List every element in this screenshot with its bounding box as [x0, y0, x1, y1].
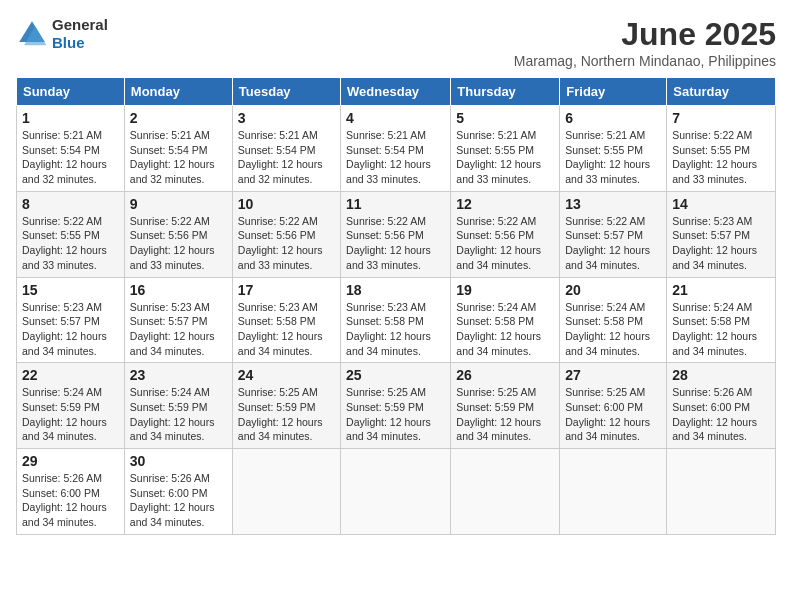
day-info: Sunrise: 5:24 AM Sunset: 5:58 PM Dayligh… [456, 300, 554, 359]
table-row: 15 Sunrise: 5:23 AM Sunset: 5:57 PM Dayl… [17, 277, 125, 363]
day-number: 25 [346, 367, 445, 383]
day-number: 17 [238, 282, 335, 298]
day-info: Sunrise: 5:22 AM Sunset: 5:55 PM Dayligh… [22, 214, 119, 273]
day-number: 11 [346, 196, 445, 212]
day-number: 22 [22, 367, 119, 383]
logo-general: General [52, 16, 108, 33]
table-row: 21 Sunrise: 5:24 AM Sunset: 5:58 PM Dayl… [667, 277, 776, 363]
table-row: 16 Sunrise: 5:23 AM Sunset: 5:57 PM Dayl… [124, 277, 232, 363]
day-info: Sunrise: 5:22 AM Sunset: 5:57 PM Dayligh… [565, 214, 661, 273]
day-number: 19 [456, 282, 554, 298]
day-number: 30 [130, 453, 227, 469]
day-number: 14 [672, 196, 770, 212]
table-row: 25 Sunrise: 5:25 AM Sunset: 5:59 PM Dayl… [341, 363, 451, 449]
table-row: 19 Sunrise: 5:24 AM Sunset: 5:58 PM Dayl… [451, 277, 560, 363]
table-row: 29 Sunrise: 5:26 AM Sunset: 6:00 PM Dayl… [17, 449, 125, 535]
table-row: 3 Sunrise: 5:21 AM Sunset: 5:54 PM Dayli… [232, 106, 340, 192]
table-row: 18 Sunrise: 5:23 AM Sunset: 5:58 PM Dayl… [341, 277, 451, 363]
day-info: Sunrise: 5:21 AM Sunset: 5:55 PM Dayligh… [565, 128, 661, 187]
table-row: 30 Sunrise: 5:26 AM Sunset: 6:00 PM Dayl… [124, 449, 232, 535]
subtitle: Maramag, Northern Mindanao, Philippines [514, 53, 776, 69]
day-info: Sunrise: 5:22 AM Sunset: 5:55 PM Dayligh… [672, 128, 770, 187]
day-info: Sunrise: 5:23 AM Sunset: 5:58 PM Dayligh… [238, 300, 335, 359]
day-info: Sunrise: 5:21 AM Sunset: 5:54 PM Dayligh… [22, 128, 119, 187]
day-number: 7 [672, 110, 770, 126]
day-info: Sunrise: 5:25 AM Sunset: 5:59 PM Dayligh… [346, 385, 445, 444]
table-row: 13 Sunrise: 5:22 AM Sunset: 5:57 PM Dayl… [560, 191, 667, 277]
page-header: General Blue June 2025 Maramag, Northern… [16, 16, 776, 69]
table-row: 12 Sunrise: 5:22 AM Sunset: 5:56 PM Dayl… [451, 191, 560, 277]
logo: General Blue [16, 16, 108, 52]
table-row [341, 449, 451, 535]
table-row: 7 Sunrise: 5:22 AM Sunset: 5:55 PM Dayli… [667, 106, 776, 192]
day-info: Sunrise: 5:26 AM Sunset: 6:00 PM Dayligh… [672, 385, 770, 444]
day-number: 5 [456, 110, 554, 126]
day-number: 24 [238, 367, 335, 383]
day-info: Sunrise: 5:24 AM Sunset: 5:58 PM Dayligh… [565, 300, 661, 359]
day-info: Sunrise: 5:21 AM Sunset: 5:54 PM Dayligh… [346, 128, 445, 187]
day-info: Sunrise: 5:22 AM Sunset: 5:56 PM Dayligh… [130, 214, 227, 273]
day-number: 1 [22, 110, 119, 126]
table-row [232, 449, 340, 535]
logo-icon [16, 18, 48, 50]
day-info: Sunrise: 5:21 AM Sunset: 5:54 PM Dayligh… [238, 128, 335, 187]
table-row: 8 Sunrise: 5:22 AM Sunset: 5:55 PM Dayli… [17, 191, 125, 277]
day-number: 13 [565, 196, 661, 212]
day-number: 2 [130, 110, 227, 126]
day-info: Sunrise: 5:23 AM Sunset: 5:57 PM Dayligh… [130, 300, 227, 359]
day-info: Sunrise: 5:26 AM Sunset: 6:00 PM Dayligh… [130, 471, 227, 530]
header-saturday: Saturday [667, 78, 776, 106]
day-number: 6 [565, 110, 661, 126]
day-number: 15 [22, 282, 119, 298]
logo-blue: Blue [52, 34, 85, 51]
day-info: Sunrise: 5:26 AM Sunset: 6:00 PM Dayligh… [22, 471, 119, 530]
table-row: 23 Sunrise: 5:24 AM Sunset: 5:59 PM Dayl… [124, 363, 232, 449]
day-info: Sunrise: 5:25 AM Sunset: 6:00 PM Dayligh… [565, 385, 661, 444]
table-row [451, 449, 560, 535]
header-tuesday: Tuesday [232, 78, 340, 106]
table-row: 5 Sunrise: 5:21 AM Sunset: 5:55 PM Dayli… [451, 106, 560, 192]
day-number: 12 [456, 196, 554, 212]
header-thursday: Thursday [451, 78, 560, 106]
day-info: Sunrise: 5:25 AM Sunset: 5:59 PM Dayligh… [238, 385, 335, 444]
table-row: 26 Sunrise: 5:25 AM Sunset: 5:59 PM Dayl… [451, 363, 560, 449]
day-info: Sunrise: 5:23 AM Sunset: 5:58 PM Dayligh… [346, 300, 445, 359]
day-info: Sunrise: 5:25 AM Sunset: 5:59 PM Dayligh… [456, 385, 554, 444]
day-info: Sunrise: 5:24 AM Sunset: 5:59 PM Dayligh… [22, 385, 119, 444]
table-row: 1 Sunrise: 5:21 AM Sunset: 5:54 PM Dayli… [17, 106, 125, 192]
table-row: 20 Sunrise: 5:24 AM Sunset: 5:58 PM Dayl… [560, 277, 667, 363]
table-row: 6 Sunrise: 5:21 AM Sunset: 5:55 PM Dayli… [560, 106, 667, 192]
table-row: 27 Sunrise: 5:25 AM Sunset: 6:00 PM Dayl… [560, 363, 667, 449]
title-area: June 2025 Maramag, Northern Mindanao, Ph… [514, 16, 776, 69]
header-sunday: Sunday [17, 78, 125, 106]
day-info: Sunrise: 5:22 AM Sunset: 5:56 PM Dayligh… [456, 214, 554, 273]
weekday-header-row: Sunday Monday Tuesday Wednesday Thursday… [17, 78, 776, 106]
day-info: Sunrise: 5:23 AM Sunset: 5:57 PM Dayligh… [672, 214, 770, 273]
day-number: 29 [22, 453, 119, 469]
day-number: 18 [346, 282, 445, 298]
table-row: 10 Sunrise: 5:22 AM Sunset: 5:56 PM Dayl… [232, 191, 340, 277]
table-row [560, 449, 667, 535]
day-info: Sunrise: 5:23 AM Sunset: 5:57 PM Dayligh… [22, 300, 119, 359]
day-number: 8 [22, 196, 119, 212]
day-info: Sunrise: 5:24 AM Sunset: 5:59 PM Dayligh… [130, 385, 227, 444]
day-number: 21 [672, 282, 770, 298]
day-number: 28 [672, 367, 770, 383]
header-friday: Friday [560, 78, 667, 106]
day-info: Sunrise: 5:21 AM Sunset: 5:54 PM Dayligh… [130, 128, 227, 187]
day-info: Sunrise: 5:24 AM Sunset: 5:58 PM Dayligh… [672, 300, 770, 359]
table-row: 4 Sunrise: 5:21 AM Sunset: 5:54 PM Dayli… [341, 106, 451, 192]
main-title: June 2025 [514, 16, 776, 53]
header-wednesday: Wednesday [341, 78, 451, 106]
day-number: 26 [456, 367, 554, 383]
table-row: 24 Sunrise: 5:25 AM Sunset: 5:59 PM Dayl… [232, 363, 340, 449]
day-info: Sunrise: 5:21 AM Sunset: 5:55 PM Dayligh… [456, 128, 554, 187]
table-row: 11 Sunrise: 5:22 AM Sunset: 5:56 PM Dayl… [341, 191, 451, 277]
table-row [667, 449, 776, 535]
table-row: 14 Sunrise: 5:23 AM Sunset: 5:57 PM Dayl… [667, 191, 776, 277]
header-monday: Monday [124, 78, 232, 106]
day-number: 10 [238, 196, 335, 212]
day-number: 20 [565, 282, 661, 298]
day-number: 27 [565, 367, 661, 383]
table-row: 17 Sunrise: 5:23 AM Sunset: 5:58 PM Dayl… [232, 277, 340, 363]
